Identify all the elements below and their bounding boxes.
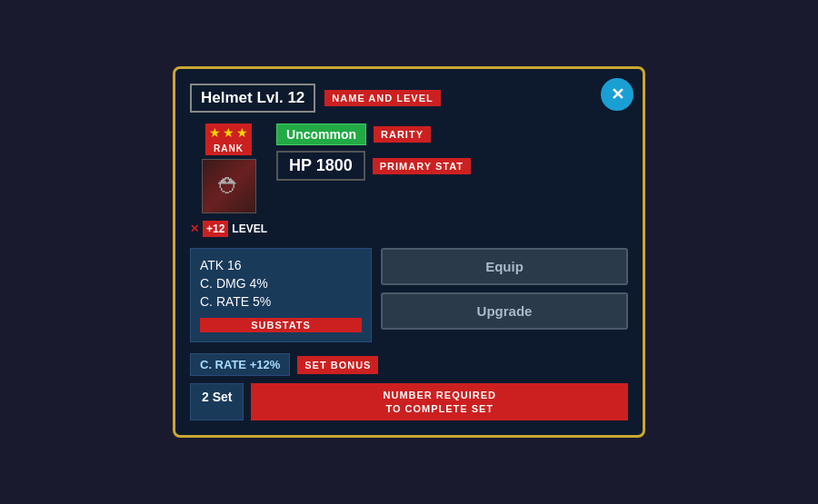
upgrade-button[interactable]: Upgrade: [381, 292, 628, 330]
buttons-block: Equip Upgrade: [381, 248, 628, 330]
substat-crate: C. RATE 5%: [200, 294, 362, 309]
star-2: ★: [223, 125, 234, 140]
equip-button[interactable]: Equip: [381, 248, 628, 285]
set-bonus-row: C. RATE +12% SET BONUS: [190, 353, 628, 376]
set-bonus-value: C. RATE +12%: [190, 353, 290, 376]
helmet-icon: ⛑: [218, 173, 240, 199]
close-button[interactable]: ✕: [601, 78, 633, 111]
set-bonus-label: SET BONUS: [297, 356, 378, 374]
name-level-label: NAME AND LEVEL: [324, 90, 440, 106]
primary-stat-value: HP 1800: [276, 151, 365, 181]
substats-block: ATK 16 C. DMG 4% C. RATE 5% SUBSTATS: [190, 248, 372, 342]
rarity-label: RARITY: [374, 126, 431, 143]
star-3: ★: [236, 125, 248, 140]
substats-buttons-row: ATK 16 C. DMG 4% C. RATE 5% SUBSTATS Equ…: [190, 248, 628, 342]
substat-atk: ATK 16: [200, 258, 362, 272]
primary-stat-label: PRIMARY STAT: [373, 158, 471, 174]
item-image-block: ★ ★ ★ RANK ⛑ ✕ +12 LEVEL: [190, 124, 267, 237]
header-row: Helmet Lvl. 12 NAME AND LEVEL: [190, 84, 628, 113]
item-detail-panel: ✕ Helmet Lvl. 12 NAME AND LEVEL ★ ★ ★ RA…: [173, 66, 645, 438]
rarity-row: Uncommon RARITY: [276, 124, 628, 145]
item-name-level: Helmet Lvl. 12: [201, 89, 304, 106]
level-label: LEVEL: [232, 222, 267, 235]
item-image: ⛑: [202, 159, 256, 213]
level-cross-icon: ✕: [190, 222, 199, 235]
rarity-primary-block: Uncommon RARITY HP 1800 PRIMARY STAT: [276, 124, 628, 237]
primary-stat-row: HP 1800 PRIMARY STAT: [276, 151, 628, 181]
level-value: +12: [203, 221, 228, 237]
stars-container: ★ ★ ★: [205, 124, 252, 142]
close-icon: ✕: [611, 84, 624, 104]
rarity-badge: Uncommon: [276, 124, 366, 145]
set-required-value: 2 Set: [190, 383, 244, 420]
star-1: ★: [209, 125, 221, 140]
set-required-label: NUMBER REQUIREDTO COMPLETE SET: [251, 383, 628, 420]
substat-cdmg: C. DMG 4%: [200, 276, 362, 291]
info-row: ★ ★ ★ RANK ⛑ ✕ +12 LEVEL Uncommon RARITY: [190, 124, 628, 237]
stars-rank-block: ★ ★ ★ RANK: [205, 124, 252, 155]
item-name-box: Helmet Lvl. 12: [190, 84, 315, 113]
substats-label: SUBSTATS: [200, 318, 362, 332]
rank-label: RANK: [205, 142, 252, 155]
level-row: ✕ +12 LEVEL: [190, 221, 267, 237]
set-required-row: 2 Set NUMBER REQUIREDTO COMPLETE SET: [190, 383, 628, 420]
